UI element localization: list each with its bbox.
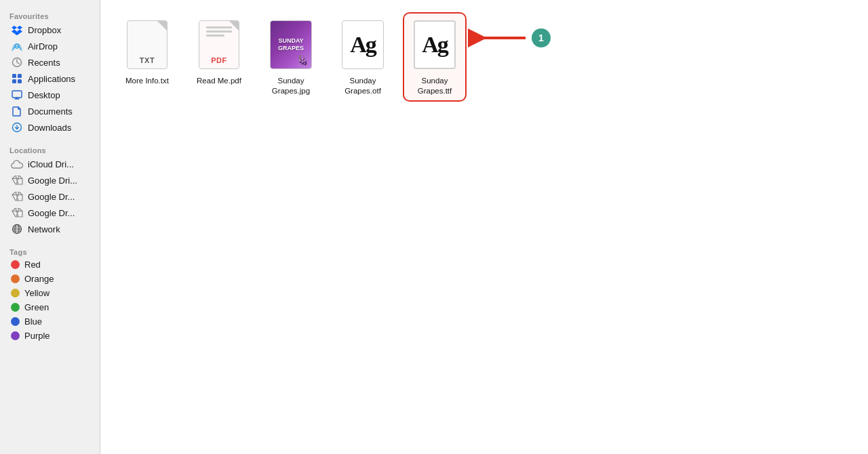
tag-purple-dot — [11, 331, 20, 340]
google-drive-icon-3 — [11, 207, 23, 219]
sidebar: Favourites Dropbox AirDrop Recents — [0, 0, 100, 454]
svg-rect-5 — [18, 79, 22, 83]
sidebar-item-dropbox-label: Dropbox — [28, 25, 61, 35]
file-name-more-info-txt: More Info.txt — [125, 76, 169, 86]
applications-icon — [11, 73, 23, 85]
sidebar-item-network[interactable]: Network — [3, 221, 97, 237]
tag-blue-dot — [11, 317, 20, 326]
sidebar-item-tag-blue-label: Blue — [24, 316, 42, 327]
svg-rect-4 — [12, 79, 16, 83]
file-name-sunday-grapes-otf: SundayGrapes.otf — [344, 76, 381, 96]
desktop-icon — [11, 89, 23, 101]
sidebar-item-google3[interactable]: Google Dr... — [3, 205, 97, 221]
file-name-sunday-grapes-ttf: Sunday Grapes.ttf — [408, 76, 461, 96]
file-browser-area: TXT More Info.txt PDF — [117, 14, 852, 100]
sidebar-item-airdrop[interactable]: AirDrop — [3, 38, 97, 54]
sidebar-item-tag-yellow[interactable]: Yellow — [3, 286, 97, 300]
main-content: TXT More Info.txt PDF — [100, 0, 868, 454]
favourites-section-label: Favourites — [0, 7, 100, 22]
sidebar-item-recents[interactable]: Recents — [3, 54, 97, 70]
sidebar-item-documents-label: Documents — [28, 106, 73, 117]
tag-orange-dot — [11, 274, 20, 283]
pdf-file-icon: PDF — [195, 18, 243, 72]
tag-red-dot — [11, 260, 20, 269]
sidebar-item-tag-red[interactable]: Red — [3, 257, 97, 272]
sidebar-item-tag-blue[interactable]: Blue — [3, 314, 97, 329]
sidebar-item-tag-purple-label: Purple — [24, 331, 50, 341]
sidebar-item-icloud[interactable]: iCloud Dri... — [3, 156, 97, 172]
file-grid: TXT More Info.txt PDF — [117, 14, 465, 100]
sidebar-item-dropbox[interactable]: Dropbox — [3, 22, 97, 38]
tag-green-dot — [11, 303, 20, 312]
airdrop-icon — [11, 40, 23, 52]
sidebar-item-google2-label: Google Dr... — [28, 192, 75, 202]
sidebar-item-recents-label: Recents — [28, 58, 60, 68]
annotation-badge: 1 — [532, 28, 551, 47]
file-name-sunday-grapes-jpg: SundayGrapes.jpg — [272, 76, 310, 96]
file-name-read-me-pdf: Read Me.pdf — [197, 76, 241, 86]
sidebar-item-desktop[interactable]: Desktop — [3, 87, 97, 103]
sidebar-item-downloads[interactable]: Downloads — [3, 119, 97, 136]
sidebar-item-tag-green-label: Green — [24, 302, 49, 312]
sidebar-item-applications[interactable]: Applications — [3, 70, 97, 87]
svg-rect-2 — [12, 74, 16, 78]
documents-icon — [11, 105, 23, 117]
downloads-icon — [11, 121, 23, 133]
sidebar-item-icloud-label: iCloud Dri... — [28, 159, 74, 169]
sidebar-item-airdrop-label: AirDrop — [28, 41, 58, 51]
sidebar-item-google1[interactable]: Google Dri... — [3, 172, 97, 188]
tags-section-label: Tags — [0, 243, 100, 257]
sidebar-item-google3-label: Google Dr... — [28, 208, 75, 218]
sidebar-item-google2[interactable]: Google Dr... — [3, 188, 97, 205]
sidebar-item-google1-label: Google Dri... — [28, 176, 77, 186]
tag-yellow-dot — [11, 289, 20, 297]
otf-file-icon: Ag — [338, 18, 387, 72]
sidebar-item-tag-yellow-label: Yellow — [24, 288, 50, 298]
file-item-read-me-pdf[interactable]: PDF Read Me.pdf — [189, 14, 250, 90]
sidebar-item-applications-label: Applications — [28, 74, 75, 84]
ttf-file-icon: Ag — [410, 18, 459, 72]
sidebar-item-documents[interactable]: Documents — [3, 103, 97, 119]
network-icon — [11, 223, 23, 235]
dropbox-icon — [11, 24, 23, 36]
recents-icon — [11, 56, 23, 68]
sidebar-item-network-label: Network — [28, 224, 60, 234]
sidebar-item-tag-red-label: Red — [24, 260, 41, 270]
locations-section-label: Locations — [0, 141, 100, 156]
file-item-sunday-grapes-jpg[interactable]: SUNDAYGRAPES 🍇 SundayGrapes.jpg — [260, 14, 321, 100]
file-item-more-info-txt[interactable]: TXT More Info.txt — [117, 14, 178, 90]
sidebar-item-tag-purple[interactable]: Purple — [3, 329, 97, 343]
google-drive-icon-1 — [11, 174, 23, 186]
sidebar-item-desktop-label: Desktop — [28, 90, 60, 100]
svg-rect-3 — [18, 74, 22, 78]
sidebar-item-tag-orange-label: Orange — [24, 274, 54, 284]
txt-file-icon: TXT — [123, 18, 172, 72]
sidebar-item-downloads-label: Downloads — [28, 123, 71, 133]
google-drive-icon-2 — [11, 190, 23, 203]
annotation-badge-number: 1 — [538, 33, 544, 43]
icloud-icon — [11, 158, 23, 170]
file-item-sunday-grapes-ttf[interactable]: Ag Sunday Grapes.ttf — [404, 14, 465, 100]
file-item-sunday-grapes-otf[interactable]: Ag SundayGrapes.otf — [332, 14, 393, 100]
annotation-arrow — [468, 26, 529, 50]
jpg-file-icon: SUNDAYGRAPES 🍇 — [267, 18, 315, 72]
annotation-arrow-area: 1 — [468, 26, 551, 50]
svg-rect-6 — [12, 91, 22, 98]
sidebar-item-tag-green[interactable]: Green — [3, 300, 97, 314]
sidebar-item-tag-orange[interactable]: Orange — [3, 272, 97, 286]
